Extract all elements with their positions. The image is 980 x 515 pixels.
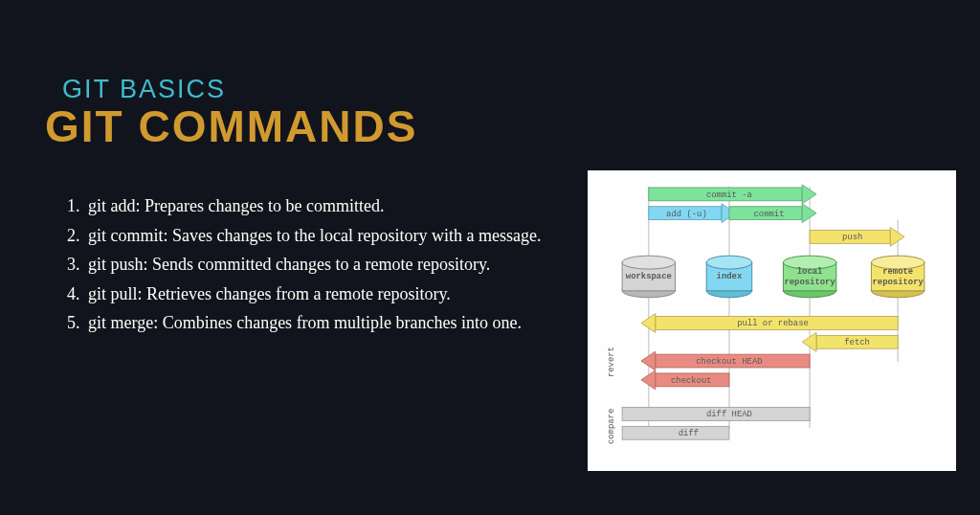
svg-text:checkout: checkout xyxy=(671,376,712,386)
side-label-compare: compare xyxy=(607,409,616,444)
compare-diff-head: diff HEAD xyxy=(622,408,810,421)
list-item: git commit: Saves changes to the local r… xyxy=(67,221,565,251)
svg-text:checkout HEAD: checkout HEAD xyxy=(696,357,762,367)
stage-workspace: workspace xyxy=(622,256,675,298)
list-item: git push: Sends committed changes to a r… xyxy=(67,250,565,280)
svg-text:commit: commit xyxy=(754,210,785,219)
svg-text:remote: remote xyxy=(882,267,913,277)
arrow-add: add (-u) xyxy=(649,204,736,223)
svg-text:index: index xyxy=(717,272,743,281)
arrow-push: push xyxy=(810,228,904,247)
arrow-commit-a: commit -a xyxy=(649,185,816,204)
stage-local-repo: local repository xyxy=(783,256,835,298)
arrow-pull-rebase: pull or rebase xyxy=(641,314,898,333)
arrow-fetch: fetch xyxy=(802,332,898,351)
list-item: git pull: Retrieves changes from a remot… xyxy=(67,280,565,309)
stage-remote-repo: remote repository xyxy=(871,256,924,298)
git-flow-diagram: commit -a add (-u) commit push workspace xyxy=(588,170,956,471)
list-item: git merge: Combines changes from multipl… xyxy=(67,308,565,338)
svg-text:diff HEAD: diff HEAD xyxy=(706,410,752,419)
command-list: git add: Prepares changes to be committe… xyxy=(67,191,565,338)
svg-text:add (-u): add (-u) xyxy=(666,210,707,219)
svg-text:local: local xyxy=(797,267,823,277)
svg-rect-48 xyxy=(622,426,729,439)
side-label-revert: revert xyxy=(607,347,616,377)
arrow-checkout: checkout xyxy=(641,370,729,390)
svg-point-18 xyxy=(622,256,675,269)
header: GIT BASICS GIT COMMANDS xyxy=(45,75,417,152)
compare-diff: diff xyxy=(622,426,729,439)
svg-marker-38 xyxy=(802,332,816,351)
svg-marker-11 xyxy=(802,204,816,223)
svg-point-22 xyxy=(706,256,752,269)
svg-text:fetch: fetch xyxy=(844,338,870,347)
svg-text:pull or rebase: pull or rebase xyxy=(737,319,809,328)
svg-text:workspace: workspace xyxy=(626,272,672,281)
arrow-checkout-head: checkout HEAD xyxy=(641,351,810,370)
svg-text:repository: repository xyxy=(872,278,924,287)
arrow-commit: commit xyxy=(729,204,816,223)
page-title: GIT COMMANDS xyxy=(45,101,417,152)
svg-text:commit -a: commit -a xyxy=(706,190,753,200)
svg-marker-5 xyxy=(802,185,816,204)
list-item: git add: Prepares changes to be committe… xyxy=(67,191,565,221)
svg-text:repository: repository xyxy=(784,278,835,287)
svg-text:diff: diff xyxy=(679,429,699,438)
svg-text:push: push xyxy=(842,233,862,242)
stage-index: index xyxy=(706,256,752,298)
